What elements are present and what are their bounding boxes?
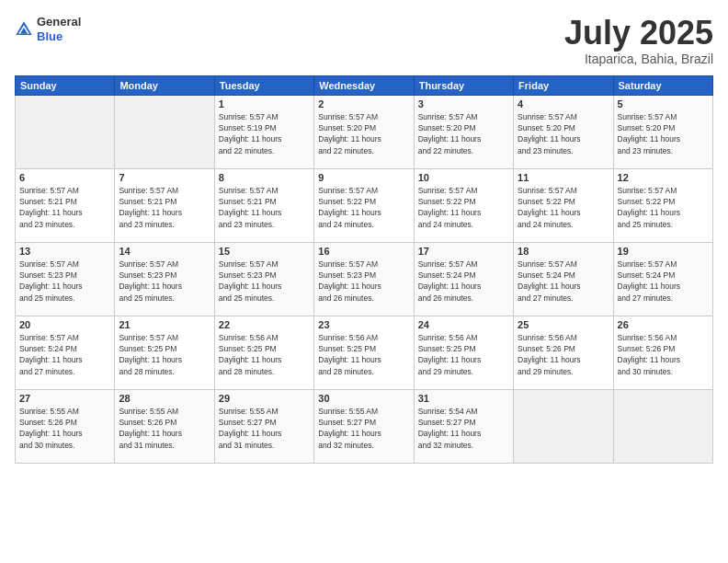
month-title: July 2025 xyxy=(564,15,713,52)
calendar-cell: 11Sunrise: 5:57 AM Sunset: 5:22 PM Dayli… xyxy=(514,168,613,242)
day-number: 23 xyxy=(318,319,409,330)
day-info: Sunrise: 5:57 AM Sunset: 5:20 PM Dayligh… xyxy=(418,111,509,156)
day-info: Sunrise: 5:57 AM Sunset: 5:23 PM Dayligh… xyxy=(19,259,110,304)
weekday-row: SundayMondayTuesdayWednesdayThursdayFrid… xyxy=(16,75,713,95)
day-number: 4 xyxy=(518,98,609,109)
subtitle: Itaparica, Bahia, Brazil xyxy=(564,52,713,66)
day-number: 16 xyxy=(318,246,409,257)
calendar-cell: 19Sunrise: 5:57 AM Sunset: 5:24 PM Dayli… xyxy=(613,242,712,316)
day-number: 11 xyxy=(518,172,609,183)
calendar-cell xyxy=(613,389,712,463)
day-info: Sunrise: 5:57 AM Sunset: 5:25 PM Dayligh… xyxy=(119,332,210,377)
calendar-cell: 31Sunrise: 5:54 AM Sunset: 5:27 PM Dayli… xyxy=(414,389,513,463)
day-number: 24 xyxy=(418,319,509,330)
day-number: 3 xyxy=(418,98,509,109)
day-info: Sunrise: 5:56 AM Sunset: 5:26 PM Dayligh… xyxy=(618,332,709,377)
day-info: Sunrise: 5:55 AM Sunset: 5:27 PM Dayligh… xyxy=(219,406,310,451)
day-number: 6 xyxy=(19,172,110,183)
calendar-cell: 4Sunrise: 5:57 AM Sunset: 5:20 PM Daylig… xyxy=(514,95,613,168)
weekday-header: Tuesday xyxy=(214,75,313,95)
calendar-week: 27Sunrise: 5:55 AM Sunset: 5:26 PM Dayli… xyxy=(16,389,713,463)
day-info: Sunrise: 5:57 AM Sunset: 5:23 PM Dayligh… xyxy=(318,259,409,304)
day-number: 5 xyxy=(618,98,709,109)
day-info: Sunrise: 5:57 AM Sunset: 5:22 PM Dayligh… xyxy=(318,185,409,230)
day-number: 9 xyxy=(318,172,409,183)
logo-general-text: General xyxy=(37,15,81,29)
day-number: 25 xyxy=(518,319,609,330)
calendar-cell: 9Sunrise: 5:57 AM Sunset: 5:22 PM Daylig… xyxy=(314,168,414,242)
calendar-cell: 30Sunrise: 5:55 AM Sunset: 5:27 PM Dayli… xyxy=(314,389,414,463)
calendar-cell: 24Sunrise: 5:56 AM Sunset: 5:25 PM Dayli… xyxy=(414,316,513,389)
day-info: Sunrise: 5:54 AM Sunset: 5:27 PM Dayligh… xyxy=(418,406,509,451)
day-number: 30 xyxy=(318,393,409,404)
calendar-cell: 28Sunrise: 5:55 AM Sunset: 5:26 PM Dayli… xyxy=(115,389,214,463)
day-info: Sunrise: 5:55 AM Sunset: 5:27 PM Dayligh… xyxy=(318,406,409,451)
calendar-week: 6Sunrise: 5:57 AM Sunset: 5:21 PM Daylig… xyxy=(16,168,713,242)
calendar-cell: 21Sunrise: 5:57 AM Sunset: 5:25 PM Dayli… xyxy=(115,316,214,389)
day-number: 20 xyxy=(19,319,110,330)
day-number: 19 xyxy=(618,246,709,257)
weekday-header: Sunday xyxy=(16,75,115,95)
calendar-cell: 26Sunrise: 5:56 AM Sunset: 5:26 PM Dayli… xyxy=(613,316,712,389)
day-number: 18 xyxy=(518,246,609,257)
logo: General Blue xyxy=(15,15,81,43)
calendar-week: 13Sunrise: 5:57 AM Sunset: 5:23 PM Dayli… xyxy=(16,242,713,316)
day-info: Sunrise: 5:56 AM Sunset: 5:25 PM Dayligh… xyxy=(418,332,509,377)
day-info: Sunrise: 5:56 AM Sunset: 5:25 PM Dayligh… xyxy=(219,332,310,377)
day-number: 31 xyxy=(418,393,509,404)
calendar-cell: 3Sunrise: 5:57 AM Sunset: 5:20 PM Daylig… xyxy=(414,95,513,168)
day-number: 13 xyxy=(19,246,110,257)
weekday-header: Monday xyxy=(115,75,214,95)
day-info: Sunrise: 5:57 AM Sunset: 5:20 PM Dayligh… xyxy=(518,111,609,156)
calendar-week: 1Sunrise: 5:57 AM Sunset: 5:19 PM Daylig… xyxy=(16,95,713,168)
calendar-cell: 14Sunrise: 5:57 AM Sunset: 5:23 PM Dayli… xyxy=(115,242,214,316)
calendar-cell: 16Sunrise: 5:57 AM Sunset: 5:23 PM Dayli… xyxy=(314,242,414,316)
day-number: 26 xyxy=(618,319,709,330)
day-number: 29 xyxy=(219,393,310,404)
calendar-cell: 7Sunrise: 5:57 AM Sunset: 5:21 PM Daylig… xyxy=(115,168,214,242)
calendar-cell: 23Sunrise: 5:56 AM Sunset: 5:25 PM Dayli… xyxy=(314,316,414,389)
page: General Blue July 2025 Itaparica, Bahia,… xyxy=(0,0,728,563)
day-info: Sunrise: 5:57 AM Sunset: 5:21 PM Dayligh… xyxy=(219,185,310,230)
day-number: 1 xyxy=(219,98,310,109)
calendar-table: SundayMondayTuesdayWednesdayThursdayFrid… xyxy=(15,75,713,464)
day-info: Sunrise: 5:56 AM Sunset: 5:25 PM Dayligh… xyxy=(318,332,409,377)
logo-text: General Blue xyxy=(37,15,81,43)
logo-icon xyxy=(15,20,33,39)
calendar-body: 1Sunrise: 5:57 AM Sunset: 5:19 PM Daylig… xyxy=(16,95,713,463)
day-info: Sunrise: 5:57 AM Sunset: 5:20 PM Dayligh… xyxy=(318,111,409,156)
day-info: Sunrise: 5:57 AM Sunset: 5:24 PM Dayligh… xyxy=(518,259,609,304)
calendar-cell xyxy=(115,95,214,168)
calendar-cell: 10Sunrise: 5:57 AM Sunset: 5:22 PM Dayli… xyxy=(414,168,513,242)
calendar-cell: 13Sunrise: 5:57 AM Sunset: 5:23 PM Dayli… xyxy=(16,242,115,316)
calendar-cell: 29Sunrise: 5:55 AM Sunset: 5:27 PM Dayli… xyxy=(214,389,313,463)
day-number: 2 xyxy=(318,98,409,109)
calendar-cell: 5Sunrise: 5:57 AM Sunset: 5:20 PM Daylig… xyxy=(613,95,712,168)
calendar-cell: 1Sunrise: 5:57 AM Sunset: 5:19 PM Daylig… xyxy=(214,95,313,168)
calendar-cell: 20Sunrise: 5:57 AM Sunset: 5:24 PM Dayli… xyxy=(16,316,115,389)
calendar-cell: 6Sunrise: 5:57 AM Sunset: 5:21 PM Daylig… xyxy=(16,168,115,242)
day-number: 7 xyxy=(119,172,210,183)
day-info: Sunrise: 5:57 AM Sunset: 5:22 PM Dayligh… xyxy=(618,185,709,230)
weekday-header: Friday xyxy=(514,75,613,95)
calendar-cell: 8Sunrise: 5:57 AM Sunset: 5:21 PM Daylig… xyxy=(214,168,313,242)
calendar-cell: 12Sunrise: 5:57 AM Sunset: 5:22 PM Dayli… xyxy=(613,168,712,242)
day-info: Sunrise: 5:57 AM Sunset: 5:20 PM Dayligh… xyxy=(618,111,709,156)
day-info: Sunrise: 5:55 AM Sunset: 5:26 PM Dayligh… xyxy=(119,406,210,451)
calendar-cell: 22Sunrise: 5:56 AM Sunset: 5:25 PM Dayli… xyxy=(214,316,313,389)
calendar-cell: 25Sunrise: 5:56 AM Sunset: 5:26 PM Dayli… xyxy=(514,316,613,389)
weekday-header: Saturday xyxy=(613,75,712,95)
day-number: 12 xyxy=(618,172,709,183)
day-info: Sunrise: 5:57 AM Sunset: 5:24 PM Dayligh… xyxy=(618,259,709,304)
calendar-cell: 18Sunrise: 5:57 AM Sunset: 5:24 PM Dayli… xyxy=(514,242,613,316)
day-number: 10 xyxy=(418,172,509,183)
title-block: July 2025 Itaparica, Bahia, Brazil xyxy=(564,15,713,66)
day-info: Sunrise: 5:57 AM Sunset: 5:23 PM Dayligh… xyxy=(119,259,210,304)
day-info: Sunrise: 5:55 AM Sunset: 5:26 PM Dayligh… xyxy=(19,406,110,451)
day-number: 28 xyxy=(119,393,210,404)
day-info: Sunrise: 5:57 AM Sunset: 5:24 PM Dayligh… xyxy=(19,332,110,377)
calendar-cell: 2Sunrise: 5:57 AM Sunset: 5:20 PM Daylig… xyxy=(314,95,414,168)
day-info: Sunrise: 5:57 AM Sunset: 5:22 PM Dayligh… xyxy=(418,185,509,230)
calendar-cell xyxy=(16,95,115,168)
day-info: Sunrise: 5:57 AM Sunset: 5:21 PM Dayligh… xyxy=(19,185,110,230)
